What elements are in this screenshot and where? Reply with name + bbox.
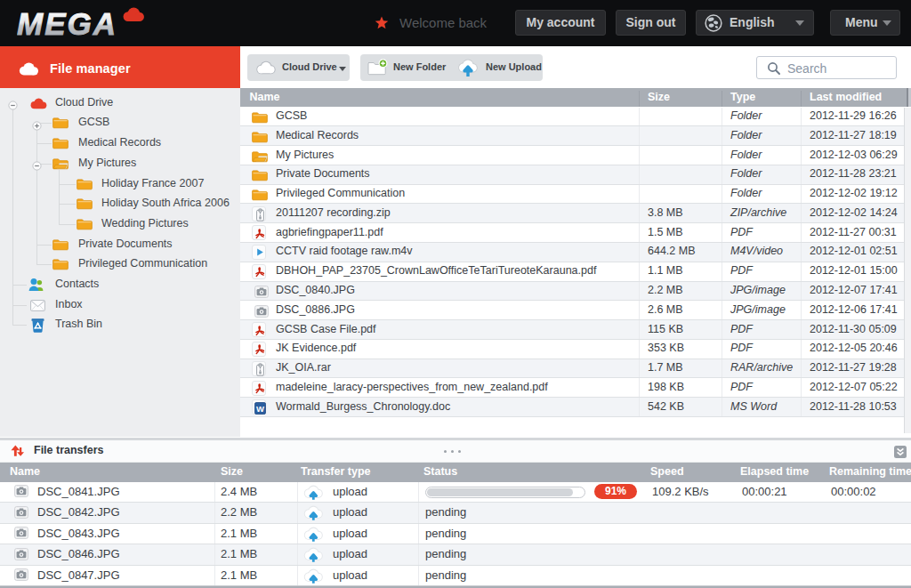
svg-text:MEGA: MEGA	[17, 6, 117, 41]
svg-text:W: W	[256, 403, 264, 413]
